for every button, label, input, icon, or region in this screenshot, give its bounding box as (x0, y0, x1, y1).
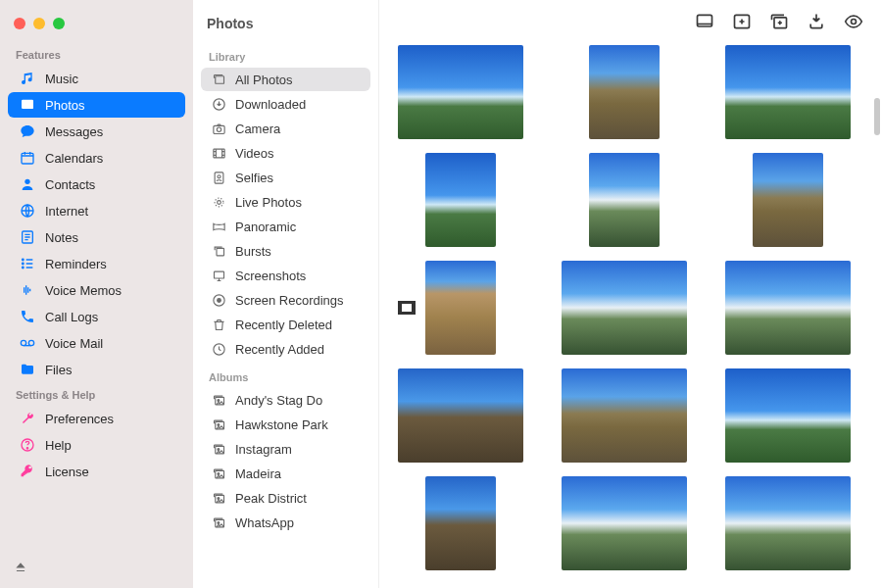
selfie-icon (211, 170, 226, 185)
svg-point-25 (217, 298, 220, 302)
view-mode-button[interactable] (694, 12, 715, 31)
close-window-button[interactable] (14, 18, 25, 29)
album-item-peak-district[interactable]: Peak District (201, 486, 370, 510)
library-item-recently-deleted[interactable]: Recently Deleted (201, 313, 370, 336)
svg-point-16 (217, 126, 220, 130)
svg-rect-13 (215, 75, 223, 83)
sidebar-item-calendars[interactable]: Calendars (8, 145, 185, 171)
contact-icon (20, 176, 35, 192)
svg-point-42 (852, 20, 857, 24)
album-icon (211, 466, 226, 481)
photo-thumbnail[interactable] (725, 261, 851, 355)
library-item-bursts[interactable]: Bursts (201, 239, 370, 263)
library-item-label: All Photos (235, 73, 293, 87)
library-item-label: Camera (235, 122, 280, 136)
photo-grid-scroll[interactable] (379, 39, 882, 588)
note-icon (20, 229, 35, 245)
main-area (379, 0, 882, 588)
library-item-videos[interactable]: Videos (201, 141, 370, 165)
photo-thumbnail[interactable] (398, 368, 523, 463)
preview-button[interactable] (843, 12, 864, 31)
sidebar-item-photos[interactable]: Photos (8, 92, 185, 118)
sidebar-item-label: Messages (45, 124, 103, 139)
photo-thumbnail[interactable] (425, 153, 496, 247)
svg-point-19 (217, 174, 220, 177)
minimize-window-button[interactable] (33, 18, 45, 29)
album-item-hawkstone-park[interactable]: Hawkstone Park (201, 413, 370, 436)
library-item-downloaded[interactable]: Downloaded (201, 92, 370, 116)
sidebar-footer (0, 551, 193, 588)
album-item-whatsapp[interactable]: WhatsApp (201, 511, 370, 534)
photo-thumbnail[interactable] (589, 153, 660, 247)
folder-icon (20, 362, 35, 377)
sidebar-item-call-logs[interactable]: Call Logs (8, 304, 185, 329)
toolbar (379, 0, 882, 39)
photo-thumbnail[interactable] (562, 261, 687, 355)
photo-thumbnail[interactable] (725, 45, 851, 139)
library-item-screenshots[interactable]: Screenshots (201, 264, 370, 287)
svg-point-8 (23, 267, 24, 269)
sidebar-item-help[interactable]: Help (8, 432, 185, 458)
svg-rect-23 (214, 271, 223, 278)
sidebar-item-internet[interactable]: Internet (8, 198, 185, 223)
photo-thumbnail[interactable] (425, 261, 496, 355)
sidebar-item-files[interactable]: Files (8, 357, 185, 382)
album-item-label: Peak District (235, 491, 307, 506)
sidebar-item-notes[interactable]: Notes (8, 224, 185, 250)
sidebar-item-music[interactable]: Music (8, 66, 185, 91)
photo-thumbnail[interactable] (725, 476, 851, 570)
sidebar-item-license[interactable]: License (8, 459, 185, 484)
library-item-all-photos[interactable]: All Photos (201, 68, 370, 91)
library-item-panoramic[interactable]: Panoramic (201, 215, 370, 238)
scrollbar-thumb[interactable] (874, 98, 880, 135)
download-button[interactable] (806, 12, 827, 31)
photo-thumbnail[interactable] (725, 368, 851, 463)
sidebar-item-label: Help (45, 438, 72, 453)
svg-point-30 (217, 423, 219, 425)
eject-icon[interactable] (14, 561, 27, 574)
svg-point-38 (217, 521, 219, 523)
sidebar-item-label: Voice Mail (45, 336, 103, 351)
download-solid-icon (806, 12, 827, 31)
album-item-madeira[interactable]: Madeira (201, 462, 370, 485)
library-item-label: Videos (235, 146, 274, 161)
sidebar-item-voice-memos[interactable]: Voice Memos (8, 277, 185, 303)
sidebar-section-header: Settings & Help (0, 383, 193, 405)
download-icon (211, 96, 226, 112)
photo-thumbnail[interactable] (562, 368, 687, 463)
live-icon (211, 194, 226, 210)
library-item-screen-recordings[interactable]: Screen Recordings (201, 288, 370, 312)
album-item-label: Hawkstone Park (235, 417, 328, 432)
add-button[interactable] (731, 12, 753, 31)
library-item-camera[interactable]: Camera (201, 117, 370, 140)
album-item-label: Instagram (235, 442, 292, 457)
video-badge-icon (398, 301, 416, 315)
page-title: Photos (193, 0, 378, 37)
library-item-selfies[interactable]: Selfies (201, 166, 370, 189)
calendar-icon (20, 150, 35, 166)
sidebar-item-contacts[interactable]: Contacts (8, 172, 185, 197)
photo-thumbnail[interactable] (589, 45, 660, 139)
library-item-live-photos[interactable]: Live Photos (201, 190, 370, 214)
add-to-album-button[interactable] (768, 12, 790, 31)
svg-point-34 (217, 472, 219, 474)
photo-thumbnail[interactable] (562, 476, 687, 570)
album-item-instagram[interactable]: Instagram (201, 437, 370, 461)
photo-thumbnail[interactable] (425, 476, 496, 570)
help-icon (20, 437, 35, 453)
sidebar-item-voice-mail[interactable]: Voice Mail (8, 330, 185, 356)
film-icon (211, 145, 226, 161)
sidebar-item-messages[interactable]: Messages (8, 119, 185, 144)
sidebar: Features MusicPhotosMessagesCalendarsCon… (0, 0, 193, 588)
sidebar-item-preferences[interactable]: Preferences (8, 406, 185, 431)
album-item-andy-s-stag-do[interactable]: Andy's Stag Do (201, 388, 370, 412)
sidebar-item-reminders[interactable]: Reminders (8, 251, 185, 276)
maximize-window-button[interactable] (53, 18, 65, 29)
library-item-recently-added[interactable]: Recently Added (201, 337, 370, 361)
library-list: All PhotosDownloadedCameraVideosSelfiesL… (201, 68, 370, 361)
camera-icon (211, 121, 226, 136)
photo-thumbnail[interactable] (753, 153, 823, 247)
svg-point-36 (217, 497, 219, 499)
pano-icon (211, 219, 226, 234)
photo-thumbnail[interactable] (398, 45, 523, 139)
